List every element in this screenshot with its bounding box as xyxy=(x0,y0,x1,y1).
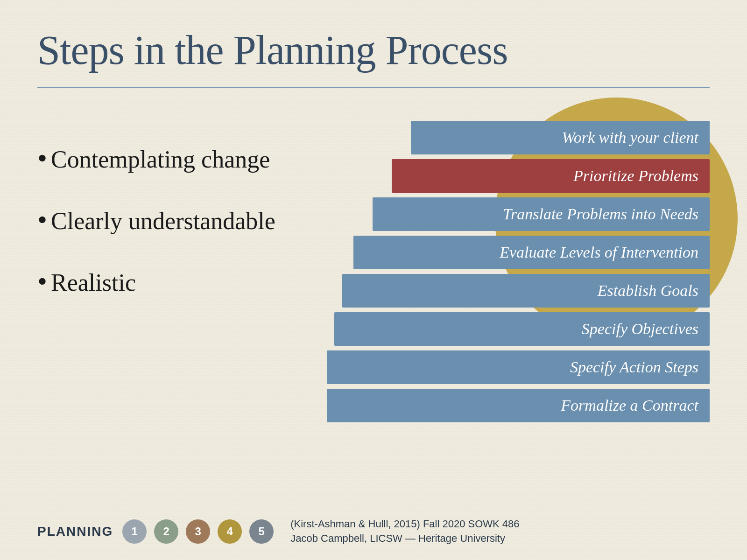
page-circle-3[interactable]: 3 xyxy=(186,519,210,544)
slide: Steps in the Planning Process • Contempl… xyxy=(0,0,747,560)
slide-title: Steps in the Planning Process xyxy=(37,28,710,73)
bar-7: Specify Action Steps xyxy=(327,350,710,384)
bar-2: Prioritize Problems xyxy=(392,159,710,193)
bar-label-6: Specify Objectives xyxy=(582,320,698,338)
bullet-dot-3: • xyxy=(37,267,47,295)
page-number-2: 2 xyxy=(163,525,169,538)
bar-label-3: Translate Problems into Needs xyxy=(503,205,698,223)
page-number-4: 4 xyxy=(227,525,233,538)
page-circle-4[interactable]: 4 xyxy=(218,519,242,544)
content-area: • Contemplating change • Clearly underst… xyxy=(37,116,710,422)
bar-6: Specify Objectives xyxy=(334,312,710,346)
bar-label-5: Establish Goals xyxy=(598,282,698,300)
bar-label-2: Prioritize Problems xyxy=(573,167,698,185)
page-number-5: 5 xyxy=(259,525,265,538)
bar-8: Formalize a Contract xyxy=(327,389,710,422)
bullet-item-3: • Realistic xyxy=(37,267,299,296)
divider xyxy=(37,87,710,88)
page-circle-5[interactable]: 5 xyxy=(249,519,274,544)
bar-label-1: Work with your client xyxy=(562,129,698,147)
bullet-item-1: • Contemplating change xyxy=(37,144,299,173)
footer: PLANNING 1 2 3 4 5 (Kirst-Ashman & Hulll… xyxy=(37,517,710,546)
right-column: Work with your client Prioritize Problem… xyxy=(327,116,710,422)
bullet-dot-1: • xyxy=(37,144,47,172)
footer-citation: (Kirst-Ashman & Hulll, 2015) Fall 2020 S… xyxy=(290,517,519,546)
page-number-1: 1 xyxy=(132,525,138,538)
left-column: • Contemplating change • Clearly underst… xyxy=(37,116,299,329)
bar-4: Evaluate Levels of Intervention xyxy=(353,236,710,269)
bar-5: Establish Goals xyxy=(342,274,710,308)
bar-label-4: Evaluate Levels of Intervention xyxy=(500,244,698,261)
bar-label-7: Specify Action Steps xyxy=(570,358,698,376)
bullet-text-3: Realistic xyxy=(51,269,136,296)
page-circle-1[interactable]: 1 xyxy=(122,519,147,544)
bar-1: Work with your client xyxy=(411,121,710,154)
page-number-3: 3 xyxy=(195,525,201,538)
bullet-text-2: Clearly understandable xyxy=(51,207,275,235)
citation-line-2: Jacob Campbell, LICSW — Heritage Univers… xyxy=(290,532,519,546)
bullet-item-2: • Clearly understandable xyxy=(37,206,299,235)
bullet-text-1: Contemplating change xyxy=(51,146,270,173)
bar-label-8: Formalize a Contract xyxy=(561,397,698,414)
planning-label: PLANNING xyxy=(37,524,113,539)
bar-3: Translate Problems into Needs xyxy=(373,197,710,231)
bars-container: Work with your client Prioritize Problem… xyxy=(327,121,710,422)
bullet-dot-2: • xyxy=(37,206,47,234)
citation-line-1: (Kirst-Ashman & Hulll, 2015) Fall 2020 S… xyxy=(290,517,519,532)
page-circle-2[interactable]: 2 xyxy=(154,519,178,544)
